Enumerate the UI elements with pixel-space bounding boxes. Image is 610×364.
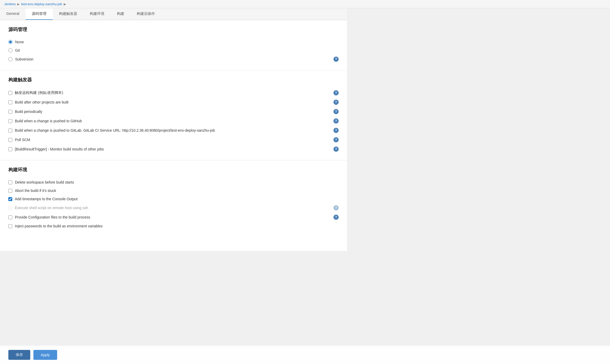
help-icon-build-result[interactable]: ? xyxy=(333,147,339,152)
source-control-title: 源码管理 xyxy=(8,26,339,33)
option-row-abort-stuck: Abort the build if it's stuck xyxy=(8,186,339,195)
label-ssh-shell: Execute shell script on remote host usin… xyxy=(15,206,88,210)
breadcrumb: Jenkins ▶ test-env-deploy-sanzhu-job ▶ xyxy=(0,0,610,8)
breadcrumb-job[interactable]: test-env-deploy-sanzhu-job xyxy=(21,2,62,6)
tab-build-triggers[interactable]: 构建触发器 xyxy=(53,8,83,20)
checkbox-inject-passwords[interactable] xyxy=(8,224,12,228)
help-icon-build-github[interactable]: ? xyxy=(333,118,339,124)
option-row-build-result: [BuildResultTrigger] - Monitor build res… xyxy=(8,144,339,154)
breadcrumb-jenkins[interactable]: Jenkins xyxy=(4,2,16,6)
help-icon-subversion[interactable]: ? xyxy=(333,57,339,62)
checkbox-build-github[interactable] xyxy=(8,119,12,123)
label-build-periodically: Build periodically xyxy=(15,110,42,114)
checkbox-build-gitlab[interactable] xyxy=(8,129,12,132)
label-build-result: [BuildResultTrigger] - Monitor build res… xyxy=(15,147,104,151)
help-icon-config-files[interactable]: ? xyxy=(333,215,339,220)
checkbox-build-periodically[interactable] xyxy=(8,110,12,114)
option-row-trigger-remote: 触发远程构建 (例如,使用脚本) ? xyxy=(8,88,339,98)
build-triggers-title: 构建触发器 xyxy=(8,77,339,83)
checkbox-build-result[interactable] xyxy=(8,147,12,151)
option-row-subversion: Subversion ? xyxy=(8,54,339,64)
label-none: None xyxy=(15,40,24,44)
section-build-env: 构建环境 Delete workspace before build start… xyxy=(0,160,347,251)
section-source-control: 源码管理 None Git Subversion ? xyxy=(0,20,347,70)
radio-subversion[interactable] xyxy=(8,57,13,61)
help-icon-build-after[interactable]: ? xyxy=(333,100,339,105)
radio-none[interactable] xyxy=(8,40,13,44)
checkbox-poll-scm[interactable] xyxy=(8,138,12,142)
option-row-build-gitlab: Build when a change is pushed to GitLab.… xyxy=(8,126,339,135)
option-row-delete-workspace: Delete workspace before build starts xyxy=(8,178,339,186)
label-inject-passwords: Inject passwords to the build as environ… xyxy=(15,224,103,228)
help-icon-ssh-shell[interactable]: ? xyxy=(333,205,339,210)
option-row-timestamps: Add timestamps to the Console Output xyxy=(8,195,339,203)
option-row-build-periodically: Build periodically ? xyxy=(8,107,339,116)
label-timestamps: Add timestamps to the Console Output xyxy=(15,197,77,201)
label-subversion: Subversion xyxy=(15,57,33,61)
build-env-title: 构建环境 xyxy=(8,167,339,173)
main-content: General 源码管理 构建触发器 构建环境 构建 构建后操作 源码管理 No… xyxy=(0,8,347,251)
option-row-config-files: Provide Configuration files to the build… xyxy=(8,213,339,222)
option-row-build-after: Build after other projects are built ? xyxy=(8,98,339,107)
help-icon-build-gitlab[interactable]: ? xyxy=(333,128,339,133)
tab-build[interactable]: 构建 xyxy=(111,8,130,20)
radio-git[interactable] xyxy=(8,48,13,52)
option-row-none: None xyxy=(8,38,339,46)
label-delete-workspace: Delete workspace before build starts xyxy=(15,180,74,184)
checkbox-delete-workspace[interactable] xyxy=(8,180,12,184)
help-icon-trigger-remote[interactable]: ? xyxy=(333,90,339,95)
label-abort-stuck: Abort the build if it's stuck xyxy=(15,189,56,193)
checkbox-trigger-remote[interactable] xyxy=(8,91,12,95)
label-trigger-remote: 触发远程构建 (例如,使用脚本) xyxy=(15,90,63,95)
option-row-inject-passwords: Inject passwords to the build as environ… xyxy=(8,222,339,230)
checkbox-build-after[interactable] xyxy=(8,100,12,104)
tabs-bar: General 源码管理 构建触发器 构建环境 构建 构建后操作 xyxy=(0,8,347,20)
checkbox-timestamps[interactable] xyxy=(8,197,12,201)
label-poll-scm: Poll SCM xyxy=(15,138,30,142)
label-build-gitlab: Build when a change is pushed to GitLab.… xyxy=(15,128,215,132)
help-icon-build-periodically[interactable]: ? xyxy=(333,109,339,114)
label-git: Git xyxy=(15,48,20,52)
option-row-poll-scm: Poll SCM ? xyxy=(8,135,339,144)
option-row-ssh-shell: Execute shell script on remote host usin… xyxy=(8,203,339,213)
help-icon-poll-scm[interactable]: ? xyxy=(333,137,339,142)
label-build-github: Build when a change is pushed to GitHub xyxy=(15,119,82,123)
checkbox-abort-stuck[interactable] xyxy=(8,189,12,193)
tab-build-env[interactable]: 构建环境 xyxy=(83,8,111,20)
tab-source-control[interactable]: 源码管理 xyxy=(26,8,53,20)
label-config-files: Provide Configuration files to the build… xyxy=(15,215,90,219)
breadcrumb-sep-1: ▶ xyxy=(17,2,20,6)
tab-general[interactable]: General xyxy=(0,8,26,20)
tab-post-build[interactable]: 构建后操作 xyxy=(130,8,161,20)
breadcrumb-sep-2: ▶ xyxy=(64,2,66,6)
option-row-build-github: Build when a change is pushed to GitHub … xyxy=(8,116,339,126)
checkbox-ssh-shell[interactable] xyxy=(8,206,12,210)
section-build-triggers: 构建触发器 触发远程构建 (例如,使用脚本) ? Build after oth… xyxy=(0,70,347,160)
option-row-git: Git xyxy=(8,46,339,54)
label-build-after: Build after other projects are built xyxy=(15,100,68,104)
checkbox-config-files[interactable] xyxy=(8,215,12,219)
